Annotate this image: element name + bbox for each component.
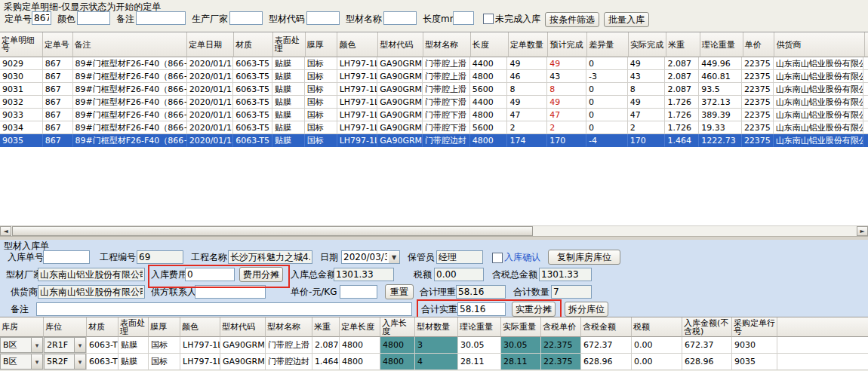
table-cell[interactable]: 30.05 (501, 337, 541, 354)
column-header[interactable]: 含税单价 (541, 317, 581, 337)
table-cell[interactable]: 2020/01/13 (187, 57, 234, 70)
column-header[interactable]: 理论重量 (458, 317, 501, 337)
table-cell[interactable]: 贴膜 (272, 83, 305, 96)
table-row[interactable]: B区▾5R2F▾6063-T5贴膜国标LH797-1LL0GA90GRM05门带… (0, 354, 868, 370)
color-input[interactable] (77, 11, 110, 25)
table-cell[interactable]: 22375 (742, 134, 774, 147)
table-cell[interactable]: 2 (628, 121, 666, 134)
table-cell[interactable]: 国标 (305, 96, 337, 109)
table-cell[interactable]: 460.81 (699, 70, 742, 83)
total-qty-input[interactable] (551, 285, 592, 299)
column-header[interactable]: 入库长度 (380, 317, 415, 337)
table-cell[interactable]: 0 (586, 83, 628, 96)
total-theory-weight-input[interactable] (456, 285, 506, 299)
table-cell[interactable]: 山东南山铝业股份有限公司 (774, 121, 863, 134)
column-header[interactable]: 膜厚 (306, 32, 338, 57)
actual-weight-share-button[interactable]: 实重分摊 (512, 302, 556, 317)
table-cell[interactable]: 9030 (732, 337, 777, 354)
table-cell[interactable]: 22375 (742, 121, 774, 134)
table-cell[interactable]: 47 (628, 109, 666, 121)
table-cell[interactable]: 贴膜 (272, 121, 305, 134)
remark-input[interactable] (136, 11, 186, 25)
table-cell[interactable]: 89#门框型材F26-F40（866+867） (73, 134, 187, 147)
table-cell[interactable]: LH797-1LL0 (337, 134, 378, 147)
table-cell[interactable]: B区▾ (0, 354, 44, 370)
table-cell[interactable]: GA90GRM03 (377, 57, 423, 70)
table-row[interactable]: 903386789#门框型材F26-F40（866+867）2020/01/13… (0, 109, 868, 121)
scroll-left-icon[interactable]: ◄ (0, 226, 11, 236)
table-cell[interactable]: 43 (628, 70, 666, 83)
fee-input[interactable] (185, 268, 235, 281)
table-cell[interactable]: 5600 (470, 83, 508, 96)
table-cell[interactable]: 89#门框型材F26-F40（866+867） (73, 121, 187, 134)
table-row[interactable]: 903286789#门框型材F26-F40（866+867）2020/01/13… (0, 96, 868, 109)
column-header[interactable]: 型材名称 (423, 32, 471, 57)
column-header[interactable]: 型材数量 (415, 317, 458, 337)
table-cell[interactable]: 9032 (0, 96, 43, 109)
table-cell[interactable]: 2.087 (665, 57, 699, 70)
table-cell[interactable]: 1222.73 (699, 134, 742, 147)
table-cell[interactable]: 0 (586, 109, 628, 121)
column-header[interactable]: 膜厚 (149, 317, 180, 337)
table-cell[interactable]: LH797-1LL0 (337, 109, 378, 121)
scrollbar-thumb[interactable] (12, 226, 533, 236)
table-cell[interactable]: 47 (507, 109, 547, 121)
table-cell[interactable]: 4400 (470, 57, 508, 70)
project-no-input[interactable] (137, 250, 183, 264)
table-cell[interactable]: 449.96 (699, 57, 742, 70)
fee-share-button[interactable]: 费用分摊 (239, 267, 283, 282)
table-cell[interactable]: GA90GRM05 (220, 354, 266, 370)
form-remark-input[interactable] (36, 302, 412, 316)
column-header[interactable]: 定单号 (43, 32, 73, 57)
table-cell[interactable]: 8 (628, 83, 666, 96)
project-name-input[interactable] (228, 250, 312, 264)
column-header[interactable]: 税额 (632, 317, 682, 337)
table-cell[interactable]: 1.464 (312, 354, 340, 370)
table-cell[interactable]: 贴膜 (272, 134, 305, 147)
table-cell[interactable]: 国标 (305, 70, 337, 83)
tax-input[interactable] (434, 268, 484, 281)
table-cell[interactable]: LH797-1LL0 (337, 96, 378, 109)
table-cell[interactable]: 22375 (742, 57, 774, 70)
table-cell[interactable]: 3 (415, 337, 458, 354)
table-cell[interactable]: 43 (547, 70, 586, 83)
table-cell[interactable]: 贴膜 (119, 354, 149, 370)
table-cell[interactable]: 门带腔下滑 (423, 109, 470, 121)
copy-warehouse-location-button[interactable]: 复制库房库位 (548, 250, 620, 265)
table-cell[interactable]: 628.96 (682, 354, 732, 370)
table-cell[interactable]: 6063-T5 (233, 83, 272, 96)
table-cell[interactable]: 8 (547, 83, 586, 96)
length-input[interactable] (453, 11, 474, 25)
table-cell[interactable]: 22375 (742, 70, 774, 83)
table-cell[interactable]: B区▾ (0, 337, 44, 354)
table-cell[interactable]: 2020/01/13 (187, 121, 234, 134)
table-cell[interactable]: GA90GRM04 (377, 96, 423, 109)
table-cell[interactable]: 4800 (380, 354, 415, 370)
unit-price-input[interactable] (340, 285, 377, 299)
table-cell[interactable]: 9033 (0, 109, 43, 121)
profile-code-input[interactable] (306, 11, 340, 25)
table-cell[interactable]: 山东南山铝业股份有限公司 (774, 134, 863, 147)
column-header[interactable]: 定单明细号 (0, 32, 43, 57)
column-header[interactable]: 实际完成 (629, 32, 666, 57)
table-row[interactable]: B区▾2R1F▾6063-T5贴膜国标LH797-1LL0GA90GRM03门带… (0, 337, 868, 354)
table-cell[interactable]: 22.375 (541, 337, 581, 354)
table-cell[interactable]: 0.00 (632, 354, 682, 370)
column-header[interactable]: 表面处理 (273, 32, 306, 57)
supplier-contact-input[interactable] (195, 285, 266, 299)
table-cell[interactable]: 6063-T5 (233, 70, 272, 83)
table-cell[interactable]: 6063-T5 (87, 354, 119, 370)
table-row[interactable]: 903586789#门框型材F26-F40（866+867）2020/01/13… (0, 134, 868, 147)
column-header[interactable]: 米重 (666, 32, 700, 57)
table-cell[interactable]: 2020/01/13 (187, 83, 234, 96)
table-cell[interactable]: 1.726 (665, 109, 699, 121)
keeper-input[interactable] (436, 250, 483, 264)
table-cell[interactable]: 门带腔上滑 (423, 57, 470, 70)
column-header[interactable]: 型材代码 (378, 32, 423, 57)
table-cell[interactable]: 4800 (340, 337, 380, 354)
column-header[interactable]: 单价 (743, 32, 775, 57)
table-cell[interactable]: 2020/01/13 (187, 134, 234, 147)
table-cell[interactable]: 28.11 (458, 354, 501, 370)
column-header[interactable]: 供货商 (774, 32, 865, 57)
table-cell[interactable]: 49 (547, 57, 586, 70)
